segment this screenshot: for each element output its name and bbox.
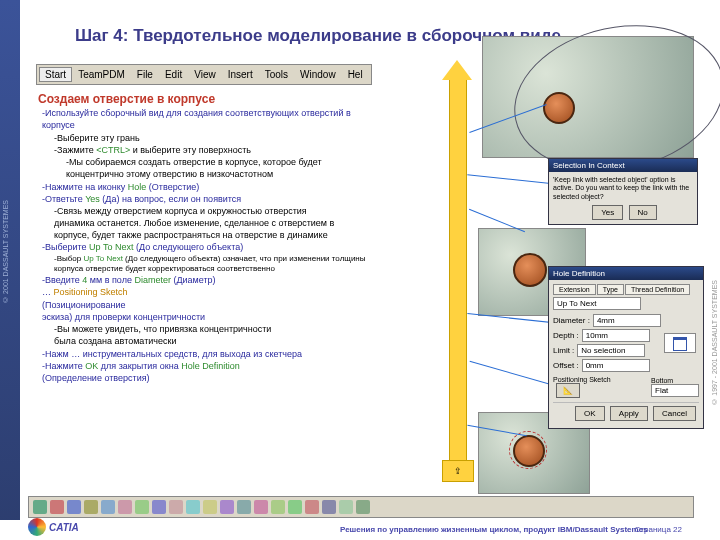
- instruction-text: -Используйте сборочный вид для создания …: [40, 108, 370, 385]
- ok-button[interactable]: OK: [575, 406, 605, 421]
- dialog-selection-in-context: Selection In Context 'Keep link with sel…: [548, 158, 698, 225]
- bottom-toolbar[interactable]: [28, 496, 694, 518]
- dialog-titlebar: Hole Definition: [549, 267, 703, 280]
- menubar[interactable]: Start TeamPDM File Edit View Insert Tool…: [36, 64, 372, 85]
- positioning-sketch-button[interactable]: 📐: [556, 383, 580, 398]
- dialog-titlebar: Selection In Context: [549, 159, 697, 172]
- menu-file[interactable]: File: [131, 67, 159, 82]
- subtitle: Создаем отверстие в корпусе: [38, 92, 215, 106]
- dialog-hole-definition: Hole Definition ExtensionTypeThread Defi…: [548, 266, 704, 429]
- menu-start[interactable]: Start: [39, 67, 72, 82]
- tab-thread[interactable]: Thread Definition: [625, 284, 690, 295]
- menu-view[interactable]: View: [188, 67, 222, 82]
- depth-field[interactable]: 10mm: [582, 329, 650, 342]
- footer-text: Решения по управлению жизненным циклом, …: [340, 525, 648, 534]
- ds-logo-icon: [28, 518, 46, 536]
- menu-insert[interactable]: Insert: [222, 67, 259, 82]
- extension-select[interactable]: Up To Next: [553, 297, 641, 310]
- tab-extension[interactable]: Extension: [553, 284, 596, 295]
- menu-teampdm[interactable]: TeamPDM: [72, 67, 131, 82]
- cad-view-top: [482, 36, 694, 158]
- menu-window[interactable]: Window: [294, 67, 342, 82]
- tab-type[interactable]: Type: [597, 284, 624, 295]
- apply-button[interactable]: Apply: [610, 406, 648, 421]
- dialog-message: 'Keep link with selected object' option …: [553, 176, 693, 201]
- positioning-sketch-label: Positioning Sketch: [553, 376, 611, 383]
- hole-preview-icon: [664, 333, 696, 353]
- offset-field[interactable]: 0mm: [582, 359, 650, 372]
- flow-arrow: ⇪: [442, 60, 472, 495]
- bottom-select[interactable]: Flat: [651, 384, 699, 397]
- no-button[interactable]: No: [629, 205, 657, 220]
- menu-tools[interactable]: Tools: [259, 67, 294, 82]
- page-number: Страница 22: [635, 525, 682, 534]
- limit-field[interactable]: No selection: [577, 344, 645, 357]
- menu-help[interactable]: Hel: [342, 67, 369, 82]
- cancel-button[interactable]: Cancel: [653, 406, 696, 421]
- copyright-right: © 1997 - 2001 DASSAULT SYSTEMES: [711, 280, 718, 405]
- yes-button[interactable]: Yes: [592, 205, 623, 220]
- catia-logo: CATIA: [28, 518, 79, 536]
- diameter-field[interactable]: 4mm: [593, 314, 661, 327]
- menu-edit[interactable]: Edit: [159, 67, 188, 82]
- copyright-left: © 2001 DASSAULT SYSTEMES: [2, 200, 9, 303]
